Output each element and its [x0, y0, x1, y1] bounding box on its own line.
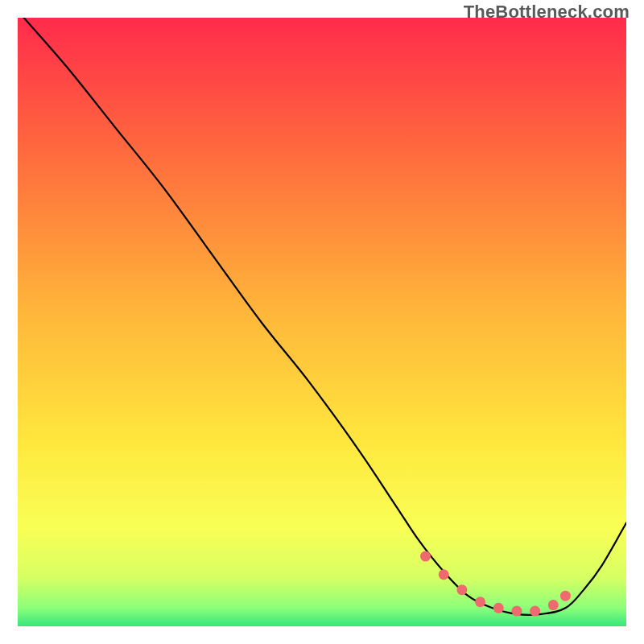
marker-dot: [420, 551, 431, 562]
gradient-backdrop: [18, 18, 626, 626]
marker-dot: [475, 597, 485, 607]
marker-dot: [439, 569, 449, 580]
marker-dot: [560, 591, 571, 601]
marker-dot: [530, 606, 540, 617]
chart-stage: TheBottleneck.com: [0, 0, 644, 644]
marker-dot: [456, 584, 467, 595]
plot-area: [18, 18, 626, 626]
plot-svg: [18, 18, 626, 626]
marker-dot: [548, 600, 559, 610]
marker-dot: [511, 606, 522, 617]
marker-dot: [493, 603, 504, 613]
